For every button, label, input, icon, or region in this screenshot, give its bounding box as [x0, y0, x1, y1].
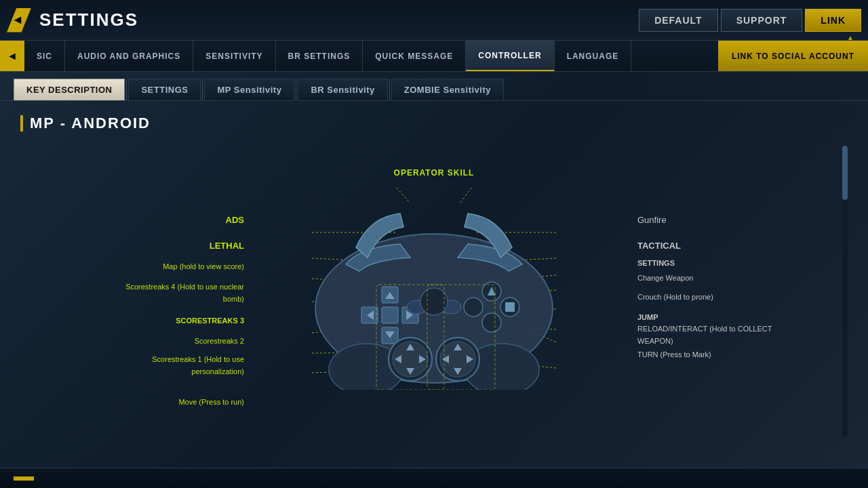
divider-2 [202, 79, 203, 100]
svg-point-49 [482, 313, 501, 332]
tab-br[interactable]: BR SETTINGS [276, 41, 363, 71]
default-button[interactable]: DEFAULT [639, 9, 718, 32]
header-actions: DEFAULT SUPPORT LINK [639, 9, 861, 32]
nav-tabs: ◄ SIC AUDIO AND GRAPHICS SENSITIVITY BR … [0, 41, 868, 72]
sub-tab-mp-sensitivity[interactable]: MP Sensitivity [204, 79, 294, 100]
bottom-indicator [14, 476, 34, 481]
sub-tab-br-sensitivity[interactable]: BR Sensitivity [298, 79, 387, 100]
tab-quick[interactable]: QUICK MESSAGE [363, 41, 466, 71]
label-scorestreaks2: Scorestreaks 2 [195, 334, 244, 346]
tab-social[interactable]: LINK TO SOCIAL ACCOUNT [718, 41, 868, 71]
section-title: MP - ANDROID [20, 115, 848, 132]
tab-audio[interactable]: AUDIO AND GRAPHICS [65, 41, 193, 71]
label-crouch: Crouch (Hold to prone) [637, 290, 713, 302]
label-lethal: LETHAL [210, 239, 244, 251]
section-title-text: MP - ANDROID [30, 115, 151, 132]
label-scorestreaks1: Scorestreaks 1 (Hold to use personalizat… [108, 352, 244, 377]
header: ◄ SETTINGS DEFAULT SUPPORT LINK [0, 0, 868, 41]
label-ads: ADS [226, 214, 244, 226]
nav-back-icon: ◄ [7, 50, 18, 62]
header-left: ◄ SETTINGS [7, 8, 138, 33]
label-change-weapon: Change Weapon [637, 271, 693, 283]
divider-3 [296, 79, 296, 100]
label-move: Move (Press to run) [178, 395, 244, 407]
tab-basic[interactable]: SIC [24, 41, 65, 71]
bottom-bar [0, 468, 868, 488]
svg-line-16 [397, 188, 410, 203]
sub-tab-key[interactable]: KEY DESCRIPTION [14, 79, 125, 100]
label-gunfire: Gunfire [637, 214, 667, 226]
support-button[interactable]: SUPPORT [721, 9, 803, 32]
svg-point-50 [420, 288, 448, 315]
svg-rect-48 [505, 302, 515, 312]
scrollbar[interactable] [842, 146, 848, 437]
label-turn: TURN (Press to Mark) [637, 348, 711, 360]
tab-controller[interactable]: CONTROLLER [466, 41, 554, 71]
label-scorestreaks3: SCORESTREAKS 3 [176, 314, 244, 326]
svg-line-17 [460, 188, 471, 203]
sub-tabs: KEY DESCRIPTION SETTINGS MP Sensitivity … [0, 72, 868, 101]
svg-rect-25 [382, 307, 398, 323]
label-settings-btn: SETTINGS [637, 256, 675, 268]
back-button[interactable]: ◄ [7, 8, 31, 33]
tab-language[interactable]: LANGUAGE [555, 41, 632, 71]
tab-sensitivity[interactable]: SENSITIVITY [193, 41, 275, 71]
title-bar-accent [20, 115, 23, 131]
label-reload: RELOAD/INTERACT (Hold to COLLECT WEAPON) [637, 322, 773, 346]
label-map: Map (hold to view score) [163, 260, 244, 272]
label-scorestreaks4: Scorestreaks 4 (Hold to use nuclear bomb… [108, 280, 244, 304]
divider-1 [126, 79, 127, 100]
controller-svg [292, 159, 576, 390]
link-button[interactable]: LINK [805, 9, 861, 32]
main-content: MP - ANDROID ADS LETHAL Map (hold to vie… [0, 101, 868, 481]
sub-tab-settings[interactable]: SETTINGS [128, 79, 201, 100]
scrollbar-thumb[interactable] [842, 146, 848, 200]
back-arrow-icon: ◄ [12, 13, 24, 27]
nav-back-button[interactable]: ◄ [0, 41, 24, 71]
label-tactical: TACTICAL [637, 239, 681, 251]
page-title: SETTINGS [39, 9, 138, 30]
label-jump: JUMP [637, 310, 658, 323]
controller-diagram: ADS LETHAL Map (hold to view score) Scor… [20, 146, 848, 444]
sub-tab-zombie[interactable]: ZOMBIE Sensitivity [391, 79, 504, 100]
divider-4 [389, 79, 390, 100]
svg-point-46 [464, 298, 483, 317]
